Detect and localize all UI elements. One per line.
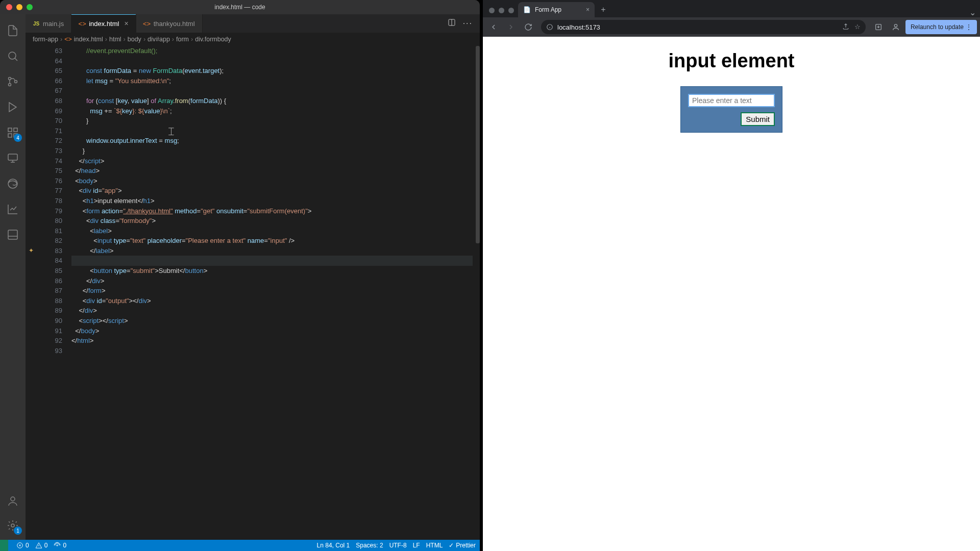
line-number-gutter: 6364656667686970717273747576777879808182… — [39, 46, 71, 540]
settings-badge: 1 — [14, 527, 22, 535]
more-actions-icon[interactable]: ··· — [463, 19, 473, 28]
new-tab-button[interactable]: + — [597, 3, 610, 16]
settings-gear-icon[interactable]: 1 — [1, 513, 25, 538]
extensions-icon[interactable]: 4 — [1, 120, 25, 145]
activity-bar: 4 1 — [0, 14, 26, 540]
code-editor[interactable]: ✦ 63646566676869707172737475767778798081… — [26, 46, 480, 540]
html-file-icon: <> — [143, 20, 151, 27]
code-lines[interactable]: //event.preventDefault(); const formData… — [71, 46, 473, 540]
breadcrumb-item[interactable]: form-app — [33, 36, 58, 43]
svg-rect-4 — [8, 128, 12, 132]
tab-favicon: 📄 — [523, 6, 531, 13]
editor-tabs: JS main.js <> index.html × <> thankyou.h… — [26, 14, 480, 33]
language-mode[interactable]: HTML — [426, 542, 443, 549]
problems-errors[interactable]: 0 — [16, 542, 29, 549]
cursor-position[interactable]: Ln 84, Col 1 — [317, 542, 350, 549]
extensions-badge: 4 — [14, 134, 22, 142]
formatter[interactable]: ✓ Prettier — [449, 542, 476, 549]
nav-forward-icon[interactable] — [503, 19, 519, 35]
status-bar: 0 0 0 Ln 84, Col 1 Spaces: 2 UTF-8 LF HT… — [0, 540, 480, 551]
breadcrumb-item[interactable]: html — [109, 36, 121, 43]
svg-rect-6 — [8, 134, 12, 137]
traffic-lights — [6, 4, 33, 10]
svg-rect-8 — [8, 154, 17, 160]
install-app-icon[interactable] — [871, 19, 886, 35]
panel-icon[interactable] — [1, 222, 25, 247]
breadcrumb-item[interactable]: form — [176, 36, 189, 43]
ports-indicator[interactable]: 0 — [54, 542, 66, 549]
bookmark-star-icon[interactable]: ☆ — [854, 23, 861, 32]
edge-icon[interactable] — [1, 171, 25, 196]
html-file-icon: <> — [79, 20, 86, 27]
editor-area: JS main.js <> index.html × <> thankyou.h… — [26, 14, 480, 540]
vscode-window: index.html — code 4 — [0, 0, 480, 551]
text-cursor-icon: ⌶ — [168, 127, 174, 137]
svg-point-15 — [57, 545, 58, 546]
split-editor-icon[interactable] — [448, 18, 456, 29]
problems-warnings[interactable]: 0 — [35, 542, 48, 549]
close-window-button[interactable] — [6, 4, 12, 10]
run-debug-icon[interactable] — [1, 95, 25, 119]
text-input[interactable] — [688, 94, 775, 107]
breadcrumb-item[interactable]: index.html — [74, 36, 103, 43]
vscode-titlebar: index.html — code — [0, 0, 480, 14]
form-body: Submit — [680, 86, 782, 133]
relaunch-button[interactable]: Relaunch to update⋮ — [905, 20, 977, 34]
minimap-scrollbar[interactable] — [473, 46, 480, 540]
close-tab-icon[interactable]: × — [586, 6, 590, 13]
breadcrumb-item[interactable]: body — [128, 36, 141, 43]
svg-point-0 — [9, 52, 16, 59]
tab-thankyou-html[interactable]: <> thankyou.html — [136, 14, 203, 33]
tab-label: index.html — [89, 20, 119, 28]
encoding[interactable]: UTF-8 — [389, 542, 407, 549]
explorer-icon[interactable] — [1, 18, 25, 43]
rendered-page: input element Submit — [483, 37, 980, 551]
svg-rect-10 — [8, 230, 17, 239]
js-file-icon: JS — [33, 20, 40, 27]
breadcrumb-item[interactable]: div#app — [148, 36, 170, 43]
url-text: localhost:5173 — [557, 23, 600, 31]
tab-index-html[interactable]: <> index.html × — [71, 14, 136, 33]
browser-toolbar: localhost:5173 ☆ Relaunch to update⋮ — [483, 17, 980, 37]
search-icon[interactable] — [1, 44, 25, 68]
address-bar[interactable]: localhost:5173 ☆ — [541, 20, 866, 34]
tab-main-js[interactable]: JS main.js — [26, 14, 71, 33]
profile-icon[interactable] — [888, 19, 903, 35]
svg-point-3 — [15, 81, 17, 83]
maximize-window-button[interactable] — [27, 4, 33, 10]
tab-label: thankyou.html — [154, 20, 195, 28]
svg-point-1 — [9, 78, 11, 80]
tab-list-chevron-icon[interactable]: ⌄ — [965, 8, 980, 17]
nav-back-icon[interactable] — [486, 19, 501, 35]
indentation[interactable]: Spaces: 2 — [356, 542, 383, 549]
editor-actions: ··· — [440, 14, 480, 33]
remote-indicator[interactable] — [0, 540, 8, 551]
submit-button[interactable]: Submit — [741, 112, 775, 126]
glyph-margin: ✦ — [26, 46, 39, 540]
window-title: index.html — code — [214, 4, 265, 11]
tab-label: main.js — [43, 20, 64, 28]
browser-tab-title: Form App — [535, 6, 561, 13]
browser-tab[interactable]: 📄 Form App × — [518, 2, 595, 17]
svg-point-2 — [9, 84, 11, 86]
account-icon[interactable] — [1, 489, 25, 513]
breadcrumb-item[interactable]: div.formbody — [195, 36, 231, 43]
minimize-window-button[interactable] — [16, 4, 22, 10]
reload-icon[interactable] — [521, 19, 536, 35]
remote-explorer-icon[interactable] — [1, 146, 25, 170]
source-control-icon[interactable] — [1, 69, 25, 94]
site-info-icon[interactable] — [546, 23, 553, 31]
page-heading: input element — [668, 50, 794, 72]
svg-point-9 — [8, 179, 17, 188]
browser-window: 📄 Form App × + ⌄ localhost:5173 ☆ Relaun… — [483, 0, 980, 551]
eol[interactable]: LF — [413, 542, 420, 549]
breadcrumb[interactable]: form-app› <>index.html› html› body› div#… — [26, 33, 480, 46]
svg-point-12 — [11, 524, 14, 527]
sparkle-icon: ✦ — [29, 246, 34, 256]
chart-icon[interactable] — [1, 197, 25, 221]
share-icon[interactable] — [842, 23, 849, 32]
svg-point-18 — [894, 24, 897, 27]
close-tab-icon[interactable]: × — [124, 19, 128, 28]
svg-point-11 — [11, 497, 15, 501]
browser-traffic-lights — [489, 8, 514, 13]
